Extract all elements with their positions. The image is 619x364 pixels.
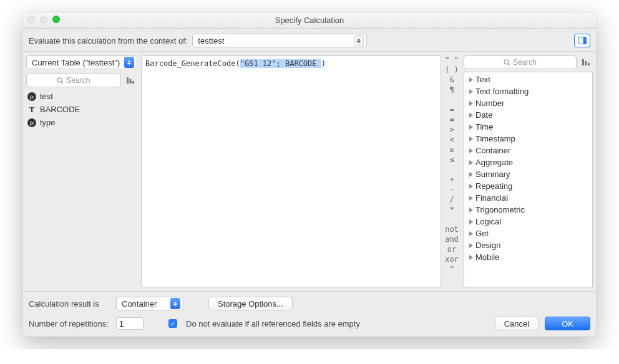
cancel-label: Cancel bbox=[504, 319, 529, 328]
function-category-label: Number bbox=[475, 98, 504, 108]
function-category[interactable]: Aggregate bbox=[464, 156, 592, 168]
function-category-label: Text bbox=[475, 75, 490, 84]
svg-rect-11 bbox=[588, 63, 590, 65]
operator-button[interactable]: ≥ bbox=[449, 145, 454, 155]
function-category[interactable]: Number bbox=[464, 97, 592, 109]
disclosure-triangle-icon bbox=[469, 208, 473, 213]
function-category-label: Text formatting bbox=[475, 87, 529, 96]
field-item[interactable]: TBARCODE bbox=[26, 103, 137, 116]
sort-icon bbox=[582, 58, 590, 67]
function-category[interactable]: Text bbox=[464, 74, 592, 85]
operator-button[interactable]: and bbox=[445, 235, 459, 244]
operator-button[interactable]: < bbox=[449, 135, 454, 145]
disclosure-triangle-icon bbox=[469, 255, 473, 260]
bottom-controls: Calculation result is Container Storage … bbox=[22, 292, 597, 337]
operator-button[interactable]: ( ) bbox=[445, 65, 459, 75]
function-category[interactable]: Mobile bbox=[464, 251, 592, 263]
function-category-label: Container bbox=[475, 146, 510, 155]
function-category-label: Repeating bbox=[475, 181, 512, 191]
svg-line-3 bbox=[62, 82, 64, 84]
function-category[interactable]: Time bbox=[464, 121, 592, 133]
function-category-label: Date bbox=[475, 110, 492, 120]
function-category[interactable]: Repeating bbox=[464, 180, 592, 192]
svg-point-2 bbox=[58, 78, 62, 82]
result-label: Calculation result is bbox=[29, 299, 110, 309]
fields-sort-button[interactable] bbox=[124, 74, 137, 87]
disclosure-triangle-icon bbox=[469, 231, 473, 236]
operator-button[interactable]: ≤ bbox=[449, 155, 454, 165]
storage-options-button[interactable]: Storage Options... bbox=[208, 297, 293, 310]
search-icon bbox=[504, 59, 510, 66]
operator-button[interactable]: ^ bbox=[449, 265, 454, 274]
titlebar: Specify Calculation bbox=[22, 12, 597, 29]
do-not-evaluate-checkbox[interactable]: ✓ bbox=[168, 319, 177, 328]
function-category[interactable]: Text formatting bbox=[464, 85, 592, 97]
operator-button[interactable]: = bbox=[449, 105, 454, 115]
ok-button[interactable]: OK bbox=[545, 317, 590, 330]
disclosure-triangle-icon bbox=[469, 160, 473, 165]
functions-search-input[interactable]: Search bbox=[464, 55, 577, 69]
zoom-icon[interactable] bbox=[52, 16, 60, 23]
operator-button[interactable]: not bbox=[445, 225, 459, 234]
calculation-editor[interactable]: Barcode_GenerateCode("GS1 12"; BARCODE ) bbox=[141, 55, 441, 287]
disclosure-triangle-icon bbox=[469, 136, 473, 141]
svg-rect-4 bbox=[127, 77, 129, 84]
disclosure-triangle-icon bbox=[469, 77, 473, 82]
function-category[interactable]: Financial bbox=[464, 192, 592, 204]
function-category-label: Summary bbox=[475, 170, 510, 179]
function-category[interactable]: Get bbox=[464, 228, 592, 239]
chevron-updown-icon bbox=[170, 298, 180, 309]
svg-point-7 bbox=[504, 60, 509, 64]
repetitions-input[interactable] bbox=[116, 317, 144, 330]
operator-button[interactable]: ¶ bbox=[449, 85, 454, 95]
storage-options-label: Storage Options... bbox=[218, 299, 283, 309]
search-icon bbox=[57, 77, 64, 84]
function-category[interactable]: Container bbox=[464, 145, 592, 156]
functions-sort-button[interactable] bbox=[579, 55, 593, 69]
function-category[interactable]: Trigonometric bbox=[464, 204, 592, 216]
table-select[interactable]: Current Table ("testtest") bbox=[26, 55, 137, 69]
disclosure-triangle-icon bbox=[469, 125, 473, 130]
fields-search-input[interactable]: Search bbox=[26, 74, 121, 87]
panel-toggle-button[interactable] bbox=[574, 34, 590, 47]
operator-button[interactable]: or bbox=[447, 245, 456, 254]
function-category[interactable]: Timestamp bbox=[464, 133, 592, 145]
field-item[interactable]: fxtest bbox=[26, 90, 137, 103]
function-category[interactable]: Logical bbox=[464, 216, 592, 228]
result-type-value: Container bbox=[122, 299, 157, 309]
field-item[interactable]: fxtype bbox=[26, 116, 137, 129]
functions-search-placeholder: Search bbox=[513, 58, 537, 67]
operator-button[interactable]: xor bbox=[445, 255, 459, 264]
function-category-label: Logical bbox=[475, 217, 501, 226]
disclosure-triangle-icon bbox=[469, 148, 473, 153]
close-icon[interactable] bbox=[27, 16, 35, 23]
disclosure-triangle-icon bbox=[469, 172, 473, 177]
ok-label: OK bbox=[562, 319, 573, 328]
disclosure-triangle-icon bbox=[469, 89, 473, 94]
cancel-button[interactable]: Cancel bbox=[495, 317, 539, 330]
operator-button[interactable]: ≠ bbox=[449, 115, 454, 125]
field-label: BARCODE bbox=[40, 105, 80, 114]
operator-button[interactable]: + bbox=[449, 175, 454, 184]
do-not-evaluate-label: Do not evaluate if all referenced fields… bbox=[186, 319, 360, 328]
context-row: Evaluate this calculation from the conte… bbox=[22, 29, 597, 51]
function-category[interactable]: Summary bbox=[464, 168, 592, 180]
operator-button[interactable]: / bbox=[449, 195, 454, 204]
function-category[interactable]: Date bbox=[464, 109, 592, 121]
operator-button[interactable]: * bbox=[449, 205, 454, 214]
operator-button[interactable]: & bbox=[449, 75, 454, 85]
disclosure-triangle-icon bbox=[469, 113, 473, 118]
result-type-select[interactable]: Container bbox=[116, 297, 183, 310]
functions-pane: Search TextText formattingNumberDateTime… bbox=[462, 52, 597, 291]
svg-line-8 bbox=[508, 64, 510, 65]
operator-button[interactable]: - bbox=[449, 185, 454, 194]
function-category[interactable]: Design bbox=[464, 239, 592, 251]
fields-pane: Current Table ("testtest") Search bbox=[22, 52, 141, 291]
operator-button[interactable]: " " bbox=[445, 55, 459, 65]
chevron-updown-icon bbox=[124, 57, 134, 68]
context-select[interactable]: testtest bbox=[192, 34, 367, 47]
code-suffix: ) bbox=[321, 59, 326, 68]
sort-icon bbox=[126, 76, 135, 85]
operator-button[interactable]: > bbox=[449, 125, 454, 135]
minimize-icon[interactable] bbox=[40, 16, 47, 23]
